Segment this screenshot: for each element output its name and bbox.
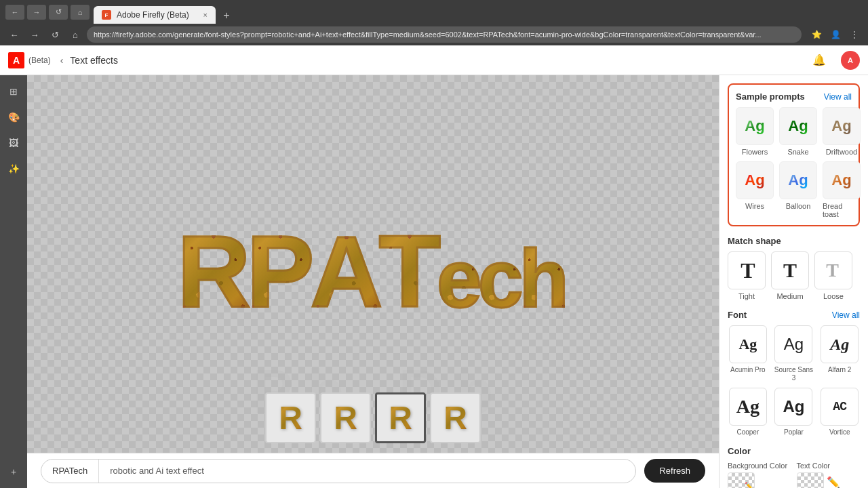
sample-prompts-grid: Ag Flowers Ag Snake Ag Drif xyxy=(736,107,852,218)
toolbar-icons: ⭐ 👤 ⋮ xyxy=(808,26,863,43)
thumbnail-3[interactable]: R xyxy=(375,392,426,443)
shape-box-tight: T xyxy=(728,251,766,289)
nav-reload[interactable]: ↺ xyxy=(46,26,64,43)
sample-ag-wires: Ag xyxy=(745,171,764,189)
sidebar-ai-icon[interactable]: ✨ xyxy=(3,158,24,180)
font-box-cooper: Ag xyxy=(729,388,767,426)
sample-prompts-title: Sample prompts xyxy=(736,92,805,102)
adobe-icon: A xyxy=(8,52,24,68)
font-poplar[interactable]: Ag Poplar xyxy=(774,388,814,436)
shape-loose[interactable]: T Loose xyxy=(814,251,852,300)
text-input-group: RPATech robotic and Ai text effect xyxy=(41,459,636,483)
back-btn[interactable]: ← xyxy=(5,5,24,20)
nav-home[interactable]: ⌂ xyxy=(66,26,84,43)
sample-ag-bread: Ag xyxy=(831,171,851,189)
bottom-bar: RPATech robotic and Ai text effect Refre… xyxy=(27,453,719,488)
settings-btn[interactable]: ⋮ xyxy=(846,26,863,43)
browser-tab[interactable]: F Adobe Firefly (Beta) × xyxy=(94,6,216,24)
forward-btn[interactable]: → xyxy=(27,5,46,20)
sample-label-balloon: Balloon xyxy=(786,202,811,210)
nav-back[interactable]: ← xyxy=(5,26,23,43)
tab-close-btn[interactable]: × xyxy=(203,11,208,19)
address-bar[interactable]: https://firefly.adobe.com/generate/font-… xyxy=(87,26,802,43)
sample-wires[interactable]: Ag Wires xyxy=(736,161,774,218)
sample-ag-driftwood: Ag xyxy=(831,117,851,135)
shape-label-loose: Loose xyxy=(823,292,844,300)
sample-bread[interactable]: Ag Bread toast xyxy=(823,161,861,218)
thumb-letter-1: R xyxy=(279,399,302,436)
shape-medium[interactable]: T Medium xyxy=(771,251,809,300)
sample-snake[interactable]: Ag Snake xyxy=(779,107,817,156)
sample-thumb-balloon: Ag xyxy=(779,161,817,199)
font-source-sans[interactable]: Ag Source Sans 3 xyxy=(774,325,814,382)
sample-ag-flowers: Ag xyxy=(745,117,764,135)
sidebar-add-icon[interactable]: + xyxy=(3,461,24,483)
extensions-btn[interactable]: ⭐ xyxy=(808,26,825,43)
font-label-cooper: Cooper xyxy=(736,428,759,436)
user-avatar[interactable]: A xyxy=(841,51,860,70)
letter-c: c xyxy=(478,232,524,325)
match-shape-section: Match shape T Tight T Medium T Loose xyxy=(728,236,860,300)
sample-label-driftwood: Driftwood xyxy=(826,148,857,156)
letter-h: h xyxy=(519,232,569,325)
thumbnail-4[interactable]: R xyxy=(430,392,481,443)
text-color-label: Text Color xyxy=(797,462,861,470)
font-box-vortice: AC xyxy=(821,388,859,426)
reload-btn[interactable]: ↺ xyxy=(49,5,68,20)
font-box-alfarn: Ag xyxy=(821,325,859,363)
refresh-button[interactable]: Refresh xyxy=(644,459,705,483)
font-cooper[interactable]: Ag Cooper xyxy=(728,388,768,436)
app: A (Beta) ‹ Text effects 🔔 A ⊞ 🎨 🖼 ✨ + xyxy=(0,45,868,488)
color-title: Color xyxy=(728,446,751,456)
sample-thumb-driftwood: Ag xyxy=(823,107,861,145)
letter-A: A xyxy=(311,214,383,329)
bg-color-swatch[interactable] xyxy=(728,472,755,488)
thumbnail-strip: R R R R xyxy=(261,388,485,447)
match-shape-grid: T Tight T Medium T Loose xyxy=(728,251,860,300)
back-button[interactable]: ‹ xyxy=(60,55,64,66)
beta-label: (Beta) xyxy=(28,56,51,65)
thumbnail-2[interactable]: R xyxy=(320,392,371,443)
sample-driftwood[interactable]: Ag Driftwood xyxy=(823,107,861,156)
bg-color-group: Background Color Tolor xyxy=(728,462,791,488)
sample-thumb-bread: Ag xyxy=(823,161,861,199)
prompt-display[interactable]: robotic and Ai text effect xyxy=(99,466,635,476)
thumbnail-1[interactable]: R xyxy=(265,392,316,443)
text-effect-display: R P A T e c h xyxy=(180,233,566,330)
text-color-edit-icon[interactable]: ✏️ xyxy=(827,476,840,489)
sample-prompts-view-all[interactable]: View all xyxy=(824,92,852,102)
header-actions: A xyxy=(841,51,860,70)
profile-btn[interactable]: 👤 xyxy=(827,26,844,43)
sample-balloon[interactable]: Ag Balloon xyxy=(779,161,817,218)
sample-thumb-snake: Ag xyxy=(779,107,817,145)
left-sidebar: ⊞ 🎨 🖼 ✨ + xyxy=(0,75,27,488)
letter-R: R xyxy=(177,213,250,330)
font-label-source: Source Sans 3 xyxy=(774,366,814,382)
shape-tight[interactable]: T Tight xyxy=(728,251,766,300)
browser-controls: ← → ↺ ⌂ xyxy=(5,5,90,20)
text-color-row: ✏️ xyxy=(797,472,861,488)
font-section: Font View all Ag Acumin Pro Ag Source Sa… xyxy=(728,310,860,436)
font-view-all[interactable]: View all xyxy=(832,310,860,320)
notification-bell[interactable]: 🔔 xyxy=(810,51,829,70)
nav-forward[interactable]: → xyxy=(26,26,43,43)
thumb-letter-2: R xyxy=(334,399,357,436)
text-color-group: Text Color ✏️ Tolor xyxy=(797,462,861,488)
text-value-display[interactable]: RPATech xyxy=(41,460,99,483)
tab-title: Adobe Firefly (Beta) xyxy=(117,10,189,20)
font-vortice[interactable]: AC Vortice xyxy=(819,388,860,436)
font-acumin[interactable]: Ag Acumin Pro xyxy=(728,325,768,382)
sample-label-flowers: Flowers xyxy=(742,148,768,156)
sidebar-color-icon[interactable]: 🎨 xyxy=(3,106,24,128)
browser-chrome: ← → ↺ ⌂ F Adobe Firefly (Beta) × + xyxy=(0,0,868,24)
new-tab-btn[interactable]: + xyxy=(218,7,235,24)
sidebar-image-icon[interactable]: 🖼 xyxy=(3,132,24,154)
text-color-swatch[interactable] xyxy=(797,472,824,488)
home-btn[interactable]: ⌂ xyxy=(71,5,90,20)
shape-label-medium: Medium xyxy=(776,292,803,300)
app-header: A (Beta) ‹ Text effects 🔔 A xyxy=(0,45,868,75)
bg-color-label: Background Color xyxy=(728,462,791,470)
font-alfarn[interactable]: Ag Alfarn 2 xyxy=(819,325,860,382)
sample-flowers[interactable]: Ag Flowers xyxy=(736,107,774,156)
sidebar-home-icon[interactable]: ⊞ xyxy=(3,81,24,102)
